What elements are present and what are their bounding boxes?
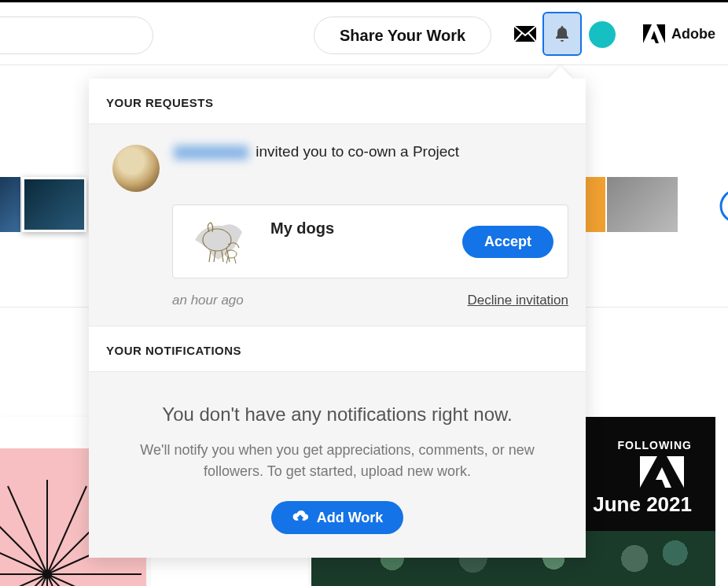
svg-marker-23 [656, 467, 671, 488]
adobe-logo[interactable]: Adobe [643, 24, 715, 43]
svg-line-16 [0, 574, 47, 586]
mail-icon[interactable] [514, 26, 536, 42]
accept-button[interactable]: Accept [462, 226, 553, 258]
svg-marker-21 [640, 456, 657, 488]
bell-icon [553, 24, 572, 43]
search-input[interactable] [0, 17, 153, 54]
request-message-text: invited you to co-own a Project [256, 143, 459, 160]
carousel-next-icon[interactable] [719, 189, 728, 223]
notifications-button[interactable] [542, 12, 582, 56]
adobe-text: Adobe [671, 26, 715, 42]
add-work-label: Add Work [317, 510, 384, 526]
svg-line-18 [47, 574, 135, 586]
request-timestamp: an hour ago [172, 293, 244, 308]
cloud-upload-icon [292, 509, 309, 526]
decline-invitation-link[interactable]: Decline invitation [467, 293, 568, 308]
svg-line-27 [226, 257, 228, 264]
svg-line-14 [47, 486, 86, 574]
svg-line-12 [47, 574, 114, 586]
requests-heading: YOUR REQUESTS [89, 79, 586, 124]
empty-title: You don't have any notifications right n… [120, 404, 554, 426]
notifications-empty-state: You don't have any notifications right n… [89, 372, 586, 558]
notifications-popover: YOUR REQUESTS invited you to co-own a Pr… [89, 79, 586, 558]
svg-line-15 [0, 535, 47, 574]
svg-marker-1 [643, 24, 652, 43]
svg-line-28 [234, 257, 236, 264]
svg-marker-3 [651, 31, 659, 43]
project-preview-card: My dogs Accept [172, 205, 568, 278]
adobe-a-icon [640, 456, 684, 488]
project-title: My dogs [270, 216, 447, 238]
notifications-heading: YOUR NOTIFICATIONS [89, 326, 586, 372]
svg-point-24 [721, 190, 728, 222]
share-your-work-button[interactable]: Share Your Work [314, 17, 491, 54]
app-header: Share Your Work Adobe [0, 2, 728, 65]
requester-avatar[interactable] [112, 145, 160, 192]
request-item: invited you to co-own a Project My dogs … [89, 124, 586, 326]
adobe-a-icon [643, 24, 665, 43]
svg-marker-2 [656, 24, 665, 43]
request-message: invited you to co-own a Project [174, 142, 459, 163]
month-label: June 2021 [593, 492, 692, 517]
user-avatar[interactable] [589, 21, 616, 48]
requester-name-redacted [174, 146, 248, 160]
svg-line-13 [8, 486, 47, 574]
project-thumbnail[interactable] [187, 216, 255, 267]
following-badge: FOLLOWING [617, 439, 692, 451]
svg-marker-22 [667, 456, 684, 488]
svg-point-26 [226, 250, 237, 258]
add-work-button[interactable]: Add Work [271, 501, 404, 534]
empty-subtitle: We'll notify you when you get appreciati… [120, 440, 554, 482]
